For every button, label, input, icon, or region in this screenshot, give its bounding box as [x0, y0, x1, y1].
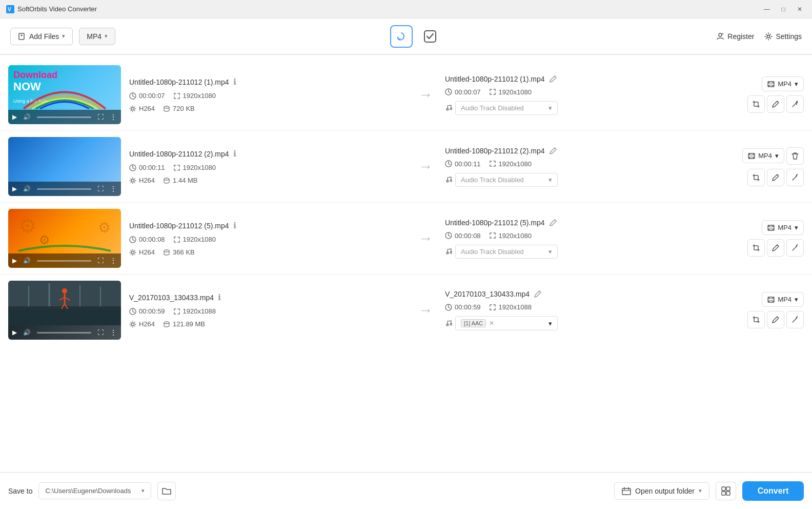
- more-icon[interactable]: ⋮: [110, 185, 117, 193]
- edit-icon-4[interactable]: [534, 290, 542, 298]
- audio-track-label-3: Audio Track Disabled: [461, 248, 524, 256]
- resize-icon: [173, 164, 180, 171]
- edit-button-1[interactable]: [767, 95, 784, 113]
- check-icon: [423, 30, 437, 43]
- svg-rect-36: [753, 153, 754, 154]
- film-icon: [767, 81, 775, 88]
- crop-button-2[interactable]: [747, 169, 765, 186]
- svg-point-6: [719, 33, 722, 36]
- audio-track-dropdown-3[interactable]: Audio Track Disabled ▾: [455, 245, 558, 259]
- open-output-folder-button[interactable]: Open output folder ▾: [614, 482, 709, 500]
- thumb-controls-4: ▶ 🔊 ⛶ ⋮: [8, 325, 121, 340]
- maximize-button[interactable]: □: [777, 3, 789, 15]
- info-icon-2[interactable]: ℹ: [233, 149, 236, 159]
- edit-icon-2[interactable]: [549, 147, 557, 155]
- browse-folder-button[interactable]: [157, 482, 176, 500]
- delete-button-2[interactable]: [786, 147, 804, 165]
- wand-button-4[interactable]: [786, 311, 804, 328]
- volume-icon[interactable]: 🔊: [23, 113, 31, 121]
- minimize-button[interactable]: —: [761, 3, 773, 15]
- more-icon[interactable]: ⋮: [110, 257, 117, 265]
- volume-icon[interactable]: 🔊: [23, 257, 31, 264]
- thumb-controls-3: ▶ 🔊 ⛶ ⋮: [8, 253, 121, 268]
- thumb-graphic: [18, 81, 111, 111]
- format-actions-2: MP4 ▾: [722, 147, 804, 186]
- clock-icon: [445, 160, 452, 167]
- save-path-display[interactable]: C:\Users\Eugene\Downloads ▾: [38, 482, 151, 499]
- fullscreen-icon[interactable]: ⛶: [97, 113, 104, 121]
- progress-bar: [37, 332, 91, 334]
- crop-icon: [752, 100, 760, 108]
- thumbnail-3[interactable]: ⚙ ⚙ ⚙ ▶ 🔊 ⛶ ⋮: [8, 209, 121, 268]
- more-icon[interactable]: ⋮: [110, 113, 117, 121]
- close-button[interactable]: ✕: [794, 3, 806, 15]
- info-icon-4[interactable]: ℹ: [218, 292, 221, 302]
- format-actions-3: MP4 ▾: [722, 220, 804, 257]
- source-resolution-4: 1920x1088: [183, 307, 216, 315]
- audio-track-dropdown-2[interactable]: Audio Track Disabled ▾: [455, 173, 558, 187]
- convert-button[interactable]: Convert: [742, 481, 804, 501]
- wand-button-3[interactable]: [786, 239, 804, 257]
- fullscreen-icon[interactable]: ⛶: [97, 185, 104, 192]
- edit-button-2[interactable]: [767, 169, 784, 186]
- volume-icon[interactable]: 🔊: [23, 185, 31, 192]
- output-format-3[interactable]: MP4 ▾: [762, 220, 804, 235]
- add-files-button[interactable]: Add Files ▾: [10, 28, 73, 45]
- crop-button-4[interactable]: [747, 311, 765, 328]
- crop-icon: [752, 173, 760, 182]
- info-icon-3[interactable]: ℹ: [233, 221, 236, 230]
- info-icon-1[interactable]: ℹ: [233, 77, 236, 87]
- svg-point-70: [132, 323, 134, 325]
- output-format-2[interactable]: MP4 ▾: [742, 148, 784, 163]
- play-icon[interactable]: ▶: [12, 329, 17, 336]
- clock-icon: [129, 164, 136, 171]
- play-icon[interactable]: ▶: [12, 257, 17, 264]
- svg-rect-90: [722, 492, 725, 495]
- more-icon[interactable]: ⋮: [110, 328, 117, 337]
- thumbnail-2[interactable]: ▶ 🔊 ⛶ ⋮: [8, 137, 121, 196]
- grid-view-button[interactable]: [716, 482, 736, 500]
- source-duration-1: 00:00:07: [139, 92, 165, 100]
- edit-button-4[interactable]: [767, 311, 784, 328]
- output-resolution-4: 1920x1088: [499, 303, 532, 311]
- fullscreen-icon[interactable]: ⛶: [97, 257, 104, 264]
- volume-icon[interactable]: 🔊: [23, 329, 31, 336]
- music-icon-4: [445, 320, 452, 327]
- format-button[interactable]: MP4 ▾: [79, 28, 115, 45]
- play-icon[interactable]: ▶: [12, 113, 17, 121]
- remove-audio-tag[interactable]: ✕: [489, 320, 494, 327]
- source-filename-1: Untitled-1080p-211012 (1).mp4: [129, 78, 229, 86]
- edit-button-3[interactable]: [767, 239, 784, 257]
- settings-button[interactable]: Settings: [764, 32, 802, 41]
- register-button[interactable]: Register: [716, 32, 754, 41]
- output-format-4[interactable]: MP4 ▾: [762, 292, 804, 307]
- thumbnail-1[interactable]: DownloadNOW Using a link belo ▶ 🔊 ⛶ ⋮: [8, 65, 121, 124]
- wand-icon: [791, 173, 799, 182]
- audio-track-dropdown-1[interactable]: Audio Track Disabled ▾: [455, 101, 558, 115]
- add-files-icon: [18, 32, 26, 41]
- check-button[interactable]: [419, 25, 441, 48]
- wand-button-1[interactable]: [786, 95, 804, 113]
- edit-pencil-icon: [772, 100, 780, 108]
- output-format-1[interactable]: MP4 ▾: [762, 76, 804, 91]
- svg-rect-53: [773, 229, 774, 230]
- audio-track-aac-4[interactable]: [1] AAC ✕ ▾: [455, 316, 558, 330]
- action-icons-2: [747, 169, 804, 186]
- crop-button-1[interactable]: [747, 95, 765, 113]
- bottom-bar: Save to C:\Users\Eugene\Downloads ▾ Open…: [0, 472, 812, 509]
- svg-point-62: [62, 288, 67, 293]
- add-files-chevron[interactable]: ▾: [62, 33, 65, 40]
- svg-rect-68: [8, 309, 121, 325]
- fullscreen-icon[interactable]: ⛶: [97, 329, 104, 336]
- thumbnail-4[interactable]: ▶ 🔊 ⛶ ⋮: [8, 281, 121, 340]
- crop-button-3[interactable]: [747, 239, 765, 257]
- database-icon: [163, 321, 170, 328]
- output-filename-4: V_20170103_130433.mp4: [445, 290, 530, 298]
- edit-icon-3[interactable]: [549, 219, 557, 227]
- refresh-button[interactable]: [390, 25, 413, 48]
- wand-button-2[interactable]: [786, 169, 804, 186]
- thumb-4-scene: [8, 281, 121, 325]
- play-icon[interactable]: ▶: [12, 185, 17, 192]
- edit-icon-1[interactable]: [549, 75, 557, 83]
- format-value-3: MP4: [778, 224, 791, 231]
